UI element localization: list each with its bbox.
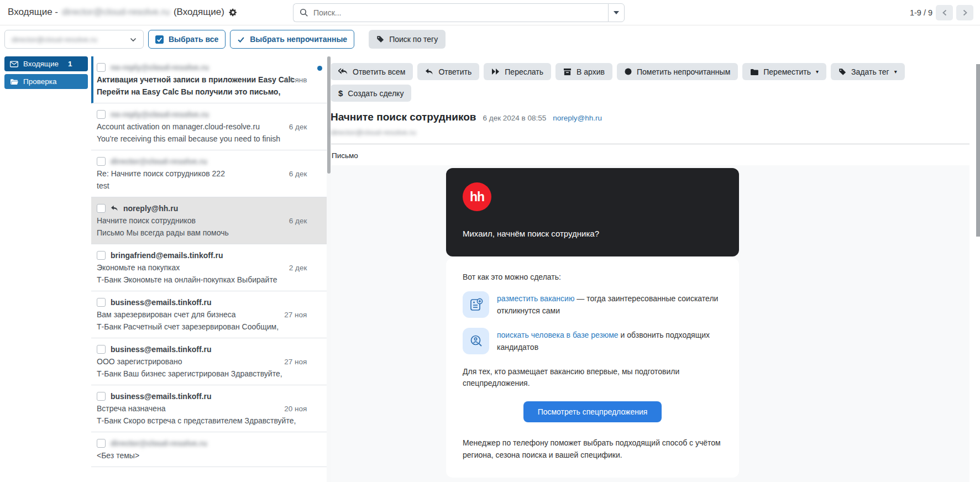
- message-list-pane: no-reply@cloud-resolve.ru Активация учет…: [91, 56, 324, 482]
- person-search-icon: [463, 328, 489, 354]
- search-bar: [293, 3, 625, 22]
- message-list-item[interactable]: business@emails.tinkoff.ru Вам зарезерви…: [91, 291, 327, 338]
- message-checkbox[interactable]: [97, 298, 106, 307]
- page-scrollbar[interactable]: [976, 56, 980, 482]
- message-to-link[interactable]: director@cloud-resolve.ru: [331, 128, 416, 137]
- message-list-item[interactable]: business@emails.tinkoff.ru Встреча назна…: [91, 385, 327, 432]
- filled-circle-icon: [625, 68, 632, 75]
- message-list-item[interactable]: bringafriend@emails.tinkoff.ru Экономьте…: [91, 244, 327, 291]
- folder-inbox-count: 1: [68, 60, 72, 68]
- message-checkbox[interactable]: [97, 63, 106, 72]
- mark-unread-button[interactable]: Пометить непрочитанным: [617, 63, 738, 80]
- folder-sidebar: Входящие 1 Проверка: [0, 56, 91, 482]
- search-options-button[interactable]: [608, 3, 625, 22]
- forward-label: Переслать: [505, 67, 543, 76]
- message-pane: Ответить всем Ответить Переслать В архив: [324, 56, 976, 482]
- message-checkbox[interactable]: [97, 110, 106, 119]
- archive-label: В архив: [577, 67, 605, 76]
- message-subject-preview: <Без темы>: [97, 449, 296, 462]
- settings-gear-icon[interactable]: [228, 8, 238, 17]
- message-list-item[interactable]: no-reply@cloud-resolve.ru Account activa…: [91, 103, 327, 150]
- email-footer-text: Менеджер по телефону поможет выбрать под…: [463, 437, 722, 461]
- message-sender: bringafriend@emails.tinkoff.ru: [111, 249, 223, 261]
- option-post-vacancy: разместить вакансию — тогда заинтересова…: [463, 291, 722, 318]
- set-tag-button[interactable]: Задать тег ▾: [831, 63, 905, 80]
- message-toolbar-row1: Ответить всем Ответить Переслать В архив: [331, 63, 969, 80]
- message-list-item[interactable]: director@cloud-resolve.ru Re: Начните по…: [91, 150, 327, 197]
- message-subject: Начните поиск сотрудников: [331, 111, 476, 123]
- message-date: 14 янв: [285, 76, 307, 84]
- next-page-button[interactable]: [956, 5, 973, 20]
- message-from-link[interactable]: noreply@hh.ru: [553, 114, 602, 122]
- folder-title: Входящие -: [8, 7, 58, 18]
- folder-open-icon: [10, 78, 18, 85]
- message-date: 2 дек: [289, 264, 307, 272]
- message-checkbox[interactable]: [97, 392, 106, 401]
- search-by-tag-button[interactable]: Поиск по тегу: [369, 30, 446, 49]
- scrollbar-thumb[interactable]: [327, 56, 331, 174]
- message-date: 27 ноя: [284, 358, 307, 366]
- message-checkbox[interactable]: [97, 439, 106, 448]
- view-offers-button[interactable]: Посмотреть спецпредложения: [523, 401, 662, 422]
- message-checkbox[interactable]: [97, 204, 106, 213]
- header-divider: [331, 144, 969, 144]
- page-scrollbar-thumb[interactable]: [976, 64, 980, 237]
- move-button[interactable]: Переместить ▾: [742, 63, 826, 80]
- reply-icon: [111, 205, 118, 212]
- main-area: Входящие 1 Проверка no-reply@cloud-resol…: [0, 56, 980, 482]
- message-body: hh Михаил, начнём поиск сотрудника? Вот …: [331, 165, 969, 482]
- email-greeting: Михаил, начнём поиск сотрудника?: [463, 229, 722, 238]
- archive-button[interactable]: В архив: [555, 63, 612, 80]
- create-deal-button[interactable]: $ Создать сделку: [331, 85, 411, 102]
- message-sender: business@emails.tinkoff.ru: [111, 390, 211, 402]
- message-date: 20 ноя: [284, 405, 307, 413]
- message-subject-preview: Встреча назначена: [97, 402, 296, 415]
- message-checkbox[interactable]: [97, 251, 106, 260]
- folder-icon: [750, 69, 758, 75]
- search-by-tag-label: Поиск по тегу: [389, 35, 438, 44]
- message-list: no-reply@cloud-resolve.ru Активация учет…: [91, 56, 327, 482]
- sidebar-item-inbox[interactable]: Входящие 1: [4, 56, 88, 71]
- email-content-card: Вот как это можно сделать: разместить ва…: [446, 258, 739, 478]
- page-title: Входящие - director@cloud-resolve.ru (Вх…: [8, 7, 238, 18]
- message-body-preview: You're receiving this email because you …: [97, 133, 296, 145]
- message-subject-preview: ООО зарегистрировано: [97, 355, 296, 368]
- reply-button[interactable]: Ответить: [417, 63, 479, 80]
- post-vacancy-link[interactable]: разместить вакансию: [497, 294, 574, 303]
- message-subject-preview: Активация учетной записи в приложении Ea…: [97, 74, 296, 86]
- message-body-preview: Т-Банк Ваш бизнес зарегистрирован Здравс…: [97, 368, 296, 380]
- prev-page-button[interactable]: [936, 5, 953, 20]
- account-select[interactable]: director@cloud-resolve.ru: [4, 30, 144, 49]
- message-date: 6 дек: [289, 170, 307, 178]
- select-all-button[interactable]: Выбрать все: [148, 30, 226, 49]
- message-date: 6 дек: [289, 217, 307, 225]
- message-body-preview: Письмо Мы всегда рады вам помочь: [97, 227, 296, 239]
- tag-icon: [838, 68, 846, 76]
- email-intro: Вот как это можно сделать:: [463, 273, 722, 281]
- message-list-item[interactable]: director@cloud-resolve.ru <Без темы>: [91, 432, 327, 467]
- message-list-item[interactable]: business@emails.tinkoff.ru ООО зарегистр…: [91, 338, 327, 385]
- filter-toolbar: director@cloud-resolve.ru Выбрать все Вы…: [0, 25, 980, 53]
- reply-all-button[interactable]: Ответить всем: [331, 63, 413, 80]
- mark-unread-label: Пометить непрочитанным: [637, 67, 730, 76]
- message-list-item[interactable]: noreply@hh.ru Начните поиск сотрудников …: [91, 197, 327, 244]
- pagination: 1-9 / 9: [910, 5, 973, 20]
- message-body-preview: Т-Банк Экономьте на онлайн-покупках Выби…: [97, 274, 296, 286]
- select-unread-button[interactable]: Выбрать непрочитанные: [230, 30, 354, 49]
- reply-label: Ответить: [438, 67, 471, 76]
- checkbox-checked-icon: [155, 35, 164, 44]
- pagination-label: 1-9 / 9: [910, 8, 932, 17]
- message-sender: director@cloud-resolve.ru: [111, 155, 207, 167]
- check-icon: [237, 36, 245, 43]
- search-input[interactable]: [293, 3, 608, 22]
- message-body-preview: Т-Банк Скоро встреча с представителем Зд…: [97, 415, 296, 427]
- message-list-scrollbar[interactable]: [327, 56, 331, 482]
- reply-icon: [425, 68, 433, 76]
- message-list-item[interactable]: no-reply@cloud-resolve.ru Активация учет…: [91, 56, 327, 103]
- create-deal-label: Создать сделку: [348, 89, 403, 98]
- search-resume-link[interactable]: поискать человека в базе резюме: [497, 331, 619, 339]
- sidebar-item-proverka[interactable]: Проверка: [4, 74, 88, 89]
- forward-button[interactable]: Переслать: [484, 63, 551, 80]
- message-checkbox[interactable]: [97, 157, 106, 166]
- message-checkbox[interactable]: [97, 345, 106, 354]
